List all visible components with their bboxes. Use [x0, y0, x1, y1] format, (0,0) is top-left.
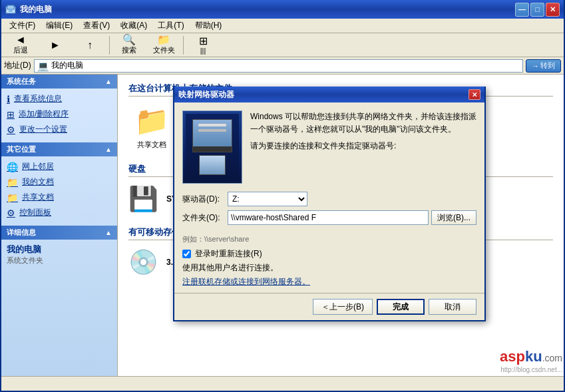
menu-help[interactable]: 帮助(H)	[190, 19, 228, 33]
search-label: 搜索	[122, 45, 136, 55]
address-input[interactable]	[51, 61, 520, 71]
address-go-button[interactable]: → 转到	[526, 59, 561, 73]
window-title: 我的电脑	[20, 4, 515, 15]
url-text: http://blog.csdn.net...	[500, 366, 562, 373]
sidebar-item-sysinfo[interactable]: ℹ 查看系统信息	[7, 91, 112, 106]
dialog-image	[182, 110, 242, 184]
controlpanel-icon: ⚙	[7, 208, 15, 218]
other-section: 其它位置 ▲ 🌐 网上邻居 📁 我的文档 📁	[1, 142, 117, 223]
sidebar-item-network[interactable]: 🌐 网上邻居	[7, 159, 112, 174]
back-label: 后退	[13, 45, 28, 55]
separator-1	[109, 36, 110, 55]
minimize-button[interactable]: —	[515, 3, 529, 17]
menu-file[interactable]: 文件(F)	[4, 19, 41, 33]
system-tasks-header[interactable]: 系统任务 ▲	[1, 75, 117, 89]
reconnect-checkbox[interactable]	[182, 250, 191, 258]
sidebar-item-settings[interactable]: ⚙ 更改一个设置	[7, 122, 112, 137]
toolbar: ◄ 后退 ► ↑ 🔍 搜索 📁 文件夹 ⊞ |||	[1, 33, 564, 57]
back-button[interactable]: ◄ 后退	[4, 35, 37, 56]
forward-icon: ►	[50, 40, 61, 51]
menu-tools[interactable]: 工具(T)	[152, 19, 189, 33]
window-icon	[5, 4, 16, 15]
back-button[interactable]: ＜上一步(B)	[313, 299, 373, 315]
address-bar: 地址(D) 💻 → 转到	[1, 57, 564, 75]
dialog-buttons: ＜上一步(B) 完成 取消	[174, 293, 484, 320]
sidebar: 系统任务 ▲ ℹ 查看系统信息 ⊞ 添加/删除程序 ⚙	[1, 75, 118, 376]
reconnect-row: 登录时重新连接(R)	[174, 248, 484, 260]
shared-docs-item[interactable]: 📁 共享文档	[128, 102, 175, 152]
title-bar-buttons: — □ ✕	[515, 3, 560, 17]
dialog-close-button[interactable]: ✕	[469, 89, 480, 100]
drive-select[interactable]: Z: Y: X:	[228, 192, 307, 206]
settings-icon: ⚙	[7, 124, 15, 135]
menu-bar: 文件(F) 编辑(E) 查看(V) 收藏(A) 工具(T) 帮助(H)	[1, 19, 564, 33]
addremove-icon: ⊞	[7, 109, 15, 120]
shareddocs-label: 共享文档	[22, 192, 54, 203]
svg-rect-1	[7, 5, 14, 9]
detail-section-header[interactable]: 详细信息 ▲	[1, 226, 117, 240]
detail-body: 我的电脑 系统文件夹	[1, 240, 117, 270]
detail-collapse-icon: ▲	[105, 229, 112, 236]
status-bar	[1, 376, 564, 391]
floppy-icon: 💿	[128, 248, 158, 276]
addremove-label: 添加/删除程序	[19, 108, 69, 120]
close-button[interactable]: ✕	[546, 3, 560, 17]
sidebar-item-addremove[interactable]: ⊞ 添加/删除程序	[7, 106, 112, 122]
hard-drive-icon: 💾	[128, 185, 158, 213]
search-icon: 🔍	[122, 35, 136, 45]
menu-edit[interactable]: 编辑(E)	[41, 19, 78, 33]
other-section-header[interactable]: 其它位置 ▲	[1, 142, 117, 156]
network-label: 网上邻居	[22, 161, 54, 172]
search-button[interactable]: 🔍 搜索	[112, 35, 146, 56]
up-button[interactable]: ↑	[73, 35, 106, 56]
finish-button[interactable]: 完成	[377, 299, 425, 315]
cancel-button[interactable]: 取消	[429, 299, 476, 315]
address-computer-icon: 💻	[37, 61, 49, 71]
drive-label: 驱动器(D):	[182, 194, 222, 205]
detail-subtitle: 系统文件夹	[7, 256, 112, 266]
detail-section-title: 详细信息	[7, 228, 36, 238]
reconnect-label: 登录时重新连接(R)	[195, 248, 262, 260]
folder-icon: 📁	[157, 35, 170, 45]
dialog-title-bar: 映射网络驱动器 ✕	[174, 87, 484, 102]
go-label: 转到	[540, 61, 555, 71]
detail-section: 详细信息 ▲ 我的电脑 系统文件夹	[1, 226, 117, 270]
network-link[interactable]: 注册联机存储或连接到网络服务器。	[174, 276, 484, 288]
watermark: aspku.com http://blog.csdn.net...	[500, 348, 562, 373]
sidebar-item-controlpanel[interactable]: ⚙ 控制面板	[7, 205, 112, 220]
menu-view[interactable]: 查看(V)	[78, 19, 115, 33]
settings-label: 更改一个设置	[19, 124, 67, 135]
sidebar-item-shareddocs[interactable]: 📁 共享文档	[7, 190, 112, 205]
detail-title: 我的电脑	[7, 244, 112, 256]
system-tasks-title: 系统任务	[7, 77, 36, 87]
view-button[interactable]: ⊞ |||	[186, 35, 220, 56]
title-bar: 我的电脑 — □ ✕	[1, 0, 564, 19]
up-icon: ↑	[87, 40, 93, 51]
folder-input[interactable]	[228, 210, 429, 225]
dialog-desc1: Windows 可以帮助您连接到共享的网络文件夹，并给该连接指派一个驱动器号，这…	[250, 110, 476, 136]
map-drive-dialog: 映射网络驱动器 ✕ Windows 可以帮助您连接到共享的网络文件夹，并给该连接…	[173, 87, 486, 321]
folder-row: 文件夹(O): 浏览(B)...	[182, 210, 476, 225]
info-icon: ℹ	[7, 94, 10, 104]
shared-folder-icon: 📁	[134, 104, 169, 137]
system-tasks-body: ℹ 查看系统信息 ⊞ 添加/删除程序 ⚙ 更改一个设置	[1, 89, 117, 140]
dialog-title: 映射网络驱动器	[178, 89, 469, 100]
svg-rect-2	[9, 9, 13, 12]
folder-button[interactable]: 📁 文件夹	[147, 35, 180, 56]
browse-button[interactable]: 浏览(B)...	[431, 210, 476, 225]
sidebar-item-mydocs[interactable]: 📁 我的文档	[7, 174, 112, 190]
folder-label: 文件夹(O):	[182, 212, 222, 224]
view-label: |||	[200, 47, 206, 55]
system-tasks-section: 系统任务 ▲ ℹ 查看系统信息 ⊞ 添加/删除程序 ⚙	[1, 75, 117, 140]
asp-text: asp	[500, 348, 525, 365]
view-icon: ⊞	[199, 36, 208, 47]
mydocs-icon: 📁	[7, 177, 18, 188]
mydocs-label: 我的文档	[22, 176, 54, 188]
sysinfo-label: 查看系统信息	[14, 93, 62, 104]
forward-button[interactable]: ►	[39, 35, 72, 56]
menu-favorites[interactable]: 收藏(A)	[115, 19, 152, 33]
example-text: 例如：\\server\share	[174, 234, 484, 244]
back-icon: ◄	[15, 35, 26, 45]
shared-docs-label: 共享文档	[137, 140, 166, 150]
maximize-button[interactable]: □	[530, 3, 544, 17]
